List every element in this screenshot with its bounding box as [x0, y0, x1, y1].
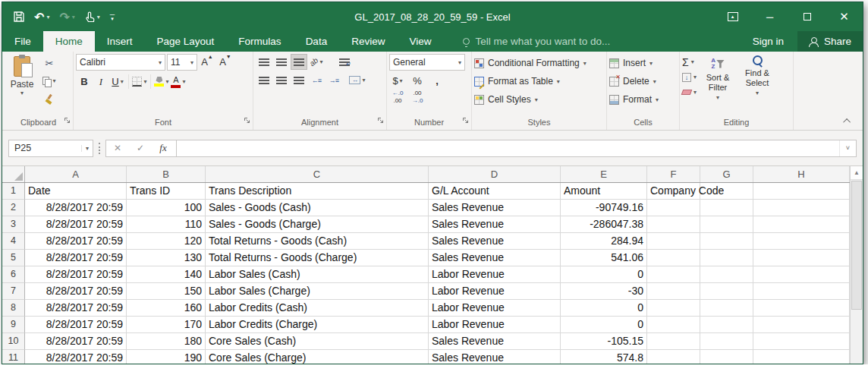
bold-button[interactable]: B — [76, 74, 93, 90]
cancel-button[interactable]: ✕ — [106, 143, 129, 153]
cell-B10[interactable]: 180 — [127, 333, 206, 350]
minimize-button[interactable]: ─ — [751, 2, 788, 31]
decrease-indent-button[interactable]: ←≡ — [308, 72, 325, 88]
cell-B5[interactable]: 130 — [127, 250, 206, 266]
row-header-4[interactable]: 4 — [2, 233, 25, 250]
cell-A9[interactable]: 8/28/2017 20:59 — [25, 317, 127, 333]
cell-A11[interactable]: 8/28/2017 20:59 — [25, 350, 127, 364]
row-header-3[interactable]: 3 — [2, 216, 25, 233]
row-header-10[interactable]: 10 — [2, 333, 25, 350]
sign-in-button[interactable]: Sign in — [739, 31, 797, 52]
collapse-ribbon-icon[interactable] — [843, 118, 851, 126]
cell-G10[interactable] — [700, 333, 753, 350]
wrap-text-button[interactable] — [336, 54, 353, 70]
underline-dropdown-icon[interactable]: ▾ — [121, 78, 124, 85]
cell-E1[interactable]: Amount — [561, 183, 647, 200]
tab-formulas[interactable]: Formulas — [226, 31, 293, 52]
center-button[interactable] — [273, 72, 290, 88]
cell-D11[interactable]: Sales Revenue — [429, 350, 561, 364]
font-name-select[interactable]: Calibri▾ — [76, 54, 165, 71]
cell-B9[interactable]: 170 — [127, 317, 206, 333]
fill-color-button[interactable]: ▾ — [153, 74, 170, 90]
cell-H9[interactable] — [753, 317, 850, 333]
tab-file[interactable]: File — [2, 31, 43, 52]
formula-bar-divider-dots[interactable] — [99, 143, 100, 154]
cell-styles-button[interactable]: Cell Styles▾ — [474, 92, 604, 107]
tab-home[interactable]: Home — [43, 31, 95, 52]
cell-E11[interactable]: 574.8 — [561, 350, 647, 364]
cell-D7[interactable]: Labor Revenue — [429, 283, 561, 300]
column-header-E[interactable]: E — [561, 166, 647, 182]
cell-A5[interactable]: 8/28/2017 20:59 — [25, 250, 127, 266]
cell-A3[interactable]: 8/28/2017 20:59 — [25, 216, 127, 233]
number-dialog-launcher[interactable] — [462, 113, 469, 127]
ribbon-display-options-button[interactable]: ▴ — [714, 2, 751, 31]
merge-dropdown-icon[interactable]: ▾ — [362, 77, 365, 84]
cell-E8[interactable]: 0 — [561, 300, 647, 317]
cell-F8[interactable] — [647, 300, 700, 317]
tab-page-layout[interactable]: Page Layout — [145, 31, 227, 52]
orientation-dropdown-icon[interactable]: ▾ — [320, 58, 323, 65]
cell-B2[interactable]: 100 — [127, 200, 206, 216]
accounting-dropdown-icon[interactable]: ▾ — [400, 77, 403, 84]
redo-button[interactable]: ↷ ▾ — [59, 10, 74, 24]
column-header-D[interactable]: D — [429, 166, 561, 182]
cell-D9[interactable]: Labor Revenue — [429, 317, 561, 333]
increase-font-size-button[interactable]: A▲ — [199, 54, 215, 70]
cell-A8[interactable]: 8/28/2017 20:59 — [25, 300, 127, 317]
row-header-11[interactable]: 11 — [2, 350, 25, 364]
cell-F7[interactable] — [647, 283, 700, 300]
italic-button[interactable]: I — [93, 74, 109, 90]
cell-A10[interactable]: 8/28/2017 20:59 — [25, 333, 127, 350]
increase-decimal-button[interactable]: ←.0.00 — [389, 89, 406, 105]
cell-C7[interactable]: Labor Sales (Charge) — [206, 283, 429, 300]
cell-F2[interactable] — [647, 200, 700, 216]
cell-G4[interactable] — [700, 233, 753, 250]
vertical-scrollbar[interactable]: ▲ — [850, 166, 863, 364]
font-dialog-launcher[interactable] — [244, 113, 250, 127]
cell-G5[interactable] — [700, 250, 753, 266]
column-header-B[interactable]: B — [127, 166, 206, 182]
cell-H8[interactable] — [753, 300, 850, 317]
row-header-2[interactable]: 2 — [2, 200, 25, 216]
cell-A1[interactable]: Date — [25, 183, 127, 200]
cell-A2[interactable]: 8/28/2017 20:59 — [25, 200, 127, 216]
cell-G7[interactable] — [700, 283, 753, 300]
scrollbar-thumb[interactable] — [851, 181, 862, 310]
alignment-dialog-launcher[interactable] — [377, 113, 384, 127]
cell-H7[interactable] — [753, 283, 850, 300]
cell-C6[interactable]: Labor Sales (Cash) — [206, 266, 429, 283]
cell-D3[interactable]: Sales Revenue — [429, 216, 561, 233]
cell-G3[interactable] — [700, 216, 753, 233]
cell-F5[interactable] — [647, 250, 700, 266]
cell-B1[interactable]: Trans ID — [127, 183, 206, 200]
cell-A7[interactable]: 8/28/2017 20:59 — [25, 283, 127, 300]
cell-E9[interactable]: 0 — [561, 317, 647, 333]
cell-B7[interactable]: 150 — [127, 283, 206, 300]
cell-B3[interactable]: 110 — [127, 216, 206, 233]
share-button[interactable]: Share — [797, 31, 863, 52]
cell-H1[interactable] — [753, 183, 850, 200]
cell-H11[interactable] — [753, 350, 850, 364]
close-button[interactable]: ✕ — [826, 2, 863, 31]
cell-F11[interactable] — [647, 350, 700, 364]
row-header-6[interactable]: 6 — [2, 266, 25, 283]
align-right-button[interactable] — [291, 72, 307, 88]
touch-mode-dropdown-icon[interactable]: ▾ — [97, 14, 100, 20]
insert-function-button[interactable]: fx — [152, 142, 175, 154]
insert-cells-button[interactable]: Insert▾ — [609, 55, 677, 71]
font-color-button[interactable]: A▾ — [170, 74, 187, 90]
cell-F4[interactable] — [647, 233, 700, 250]
customize-quick-access-toolbar-button[interactable]: ─▾ — [110, 13, 115, 20]
underline-button[interactable]: U▾ — [109, 74, 126, 90]
cell-G2[interactable] — [700, 200, 753, 216]
sort-filter-button[interactable]: AZ Sort & Filter▾ — [700, 54, 736, 116]
cell-C8[interactable]: Labor Credits (Cash) — [206, 300, 429, 317]
font-size-select[interactable]: 11▾ — [167, 54, 197, 71]
format-cells-button[interactable]: Format▾ — [609, 92, 677, 107]
touch-mouse-mode-button[interactable]: ▾ — [85, 11, 100, 23]
cell-B4[interactable]: 120 — [127, 233, 206, 250]
format-as-table-button[interactable]: Format as Table▾ — [474, 74, 604, 89]
increase-indent-button[interactable]: →≡ — [326, 72, 342, 88]
cell-E10[interactable]: -105.15 — [561, 333, 647, 350]
